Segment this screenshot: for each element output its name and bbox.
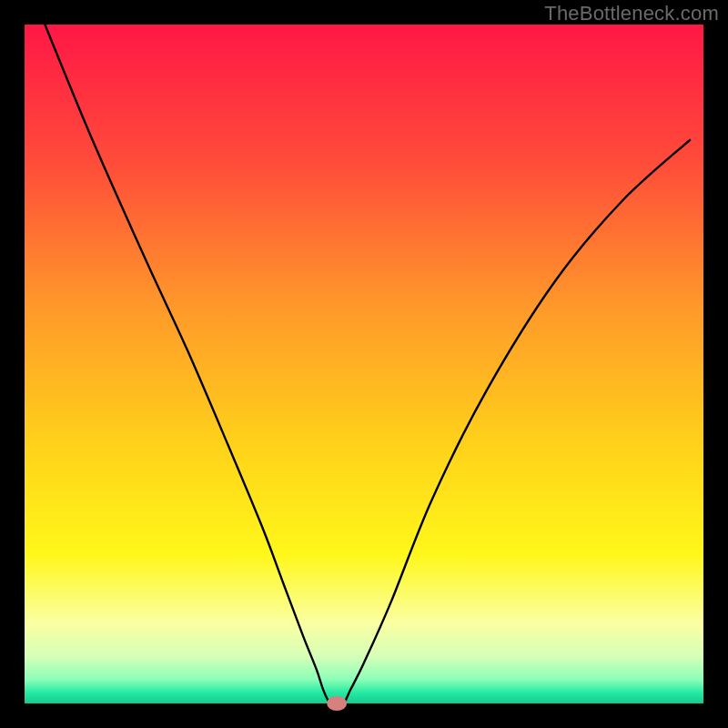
bottleneck-chart: [0, 0, 728, 728]
watermark-text: TheBottleneck.com: [544, 2, 719, 25]
chart-frame: TheBottleneck.com: [0, 0, 728, 728]
plot-background: [25, 25, 703, 703]
optimal-point-marker: [327, 696, 347, 711]
